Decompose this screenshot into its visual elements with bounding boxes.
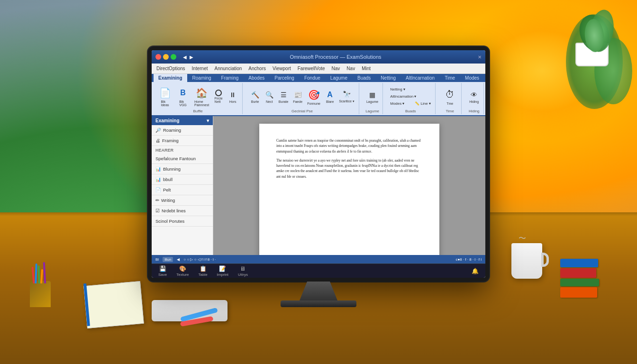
sidebar-header: Examining ▾ xyxy=(152,116,213,125)
sidebar-label-nrdebt-lines: Nrdebt lines xyxy=(162,208,186,213)
tab-time[interactable]: Time xyxy=(440,74,460,82)
taskbar-save[interactable]: 💾 Save xyxy=(155,264,170,278)
ribbon-btn-blk-ideas[interactable]: 📄 BlkIdeas xyxy=(156,85,173,108)
ribbon-buttons-buffle: 📄 BlkIdeas B BlkVGG 🏠 HomePainnnest xyxy=(156,84,239,109)
status-nav-left[interactable]: ◀ xyxy=(177,257,180,262)
menu-annunciation[interactable]: Annunciation xyxy=(212,65,245,72)
sidebar-item-bbull[interactable]: 📊 bbull xyxy=(152,174,213,185)
ribbon-btn-time[interactable]: ⏱ Tme xyxy=(441,87,458,106)
sidebar-dropdown-icon[interactable]: ▾ xyxy=(207,118,209,123)
sidebar-item-scinol-porutes[interactable]: Scinol Porutes xyxy=(152,216,213,227)
status-bar-right: c●8 · f · 8 · l · f l xyxy=(455,257,482,262)
menu-directoptions[interactable]: DirectOptions xyxy=(154,65,188,72)
ribbon-btn-nect[interactable]: 🔍 Nect xyxy=(263,89,276,104)
save-icon: 💾 xyxy=(159,265,166,272)
sidebar-item-nrdebt-lines[interactable]: ☑ Nrdebt lines xyxy=(152,206,213,216)
newspaper-icon: 📰 xyxy=(293,90,302,100)
tab-netting[interactable]: Netting xyxy=(376,74,400,82)
title-bar: ◀ ▶ Omniasoft Processor — ExamSolutions … xyxy=(152,50,485,64)
ribbon-btn-home-painnnest[interactable]: 🏠 HomePainnnest xyxy=(192,85,211,108)
sidebar-item-blunning[interactable]: 📊 Blunning xyxy=(152,164,213,174)
window-close-icon[interactable]: ✕ xyxy=(478,55,482,60)
ribbon-group-buads: Netting ▾ AltIncarnation ▾ Modes ▾ xyxy=(386,83,436,114)
ribbon-btn-faede[interactable]: 📰 Faede xyxy=(291,89,304,104)
tab-roaming[interactable]: Roaming xyxy=(188,74,216,82)
tab-fondue[interactable]: Fondue xyxy=(300,74,325,82)
menu-viewport[interactable]: Viewport xyxy=(270,65,294,72)
nav-back-button[interactable]: ◀ xyxy=(183,55,187,60)
tab-modes[interactable]: Modes xyxy=(460,74,484,82)
notification-button[interactable]: 🔔 xyxy=(469,267,482,275)
ribbon-btn-burte[interactable]: 🔨 Burte xyxy=(248,89,262,104)
highlighters xyxy=(180,312,218,324)
tab-buads[interactable]: Buads xyxy=(353,74,375,82)
tab-parceling[interactable]: Parceling xyxy=(270,74,299,82)
ribbon-btn-hiding[interactable]: 👁 Hiding xyxy=(467,89,481,104)
sidebar-item-spefalcune[interactable]: Spefalcune Fantoun xyxy=(152,154,213,164)
group-label-lagume: Lagume xyxy=(365,109,380,113)
menu-farewellvote[interactable]: FarewellVote xyxy=(295,65,328,72)
menu-anchors[interactable]: Anchors xyxy=(246,65,269,72)
taskbar-uttrys[interactable]: 🖥 Uttrys xyxy=(235,264,251,278)
monitor-screen: ◀ ▶ Omniasoft Processor — ExamSolutions … xyxy=(152,50,485,278)
plant-pot xyxy=(575,28,613,66)
ribbon-btn-scaritice[interactable]: 🔭 Scaritice ▾ xyxy=(337,89,356,104)
tab-lagume[interactable]: Lagume xyxy=(326,74,352,82)
hammer-icon: 🔨 xyxy=(250,90,260,100)
ribbon-buttons-buads: Netting ▾ AltIncarnation ▾ Modes ▾ xyxy=(389,84,432,109)
monitor-outer: ◀ ▶ Omniasoft Processor — ExamSolutions … xyxy=(148,46,489,282)
sidebar-item-writing[interactable]: ✏ Writing xyxy=(152,195,213,206)
taskbar-uttrys-label: Uttrys xyxy=(238,273,248,277)
sidebar-item-pelt[interactable]: 📄 Pelt xyxy=(152,185,213,195)
tab-abodes[interactable]: Abodes xyxy=(244,74,269,82)
list-icon: ☰ xyxy=(279,90,288,100)
sidebar-label-framing: Framing xyxy=(162,138,179,143)
taskbar-table-label: Table xyxy=(198,273,207,277)
nav-forward-button[interactable]: ▶ xyxy=(190,55,193,60)
home-icon: 🏠 xyxy=(195,86,209,100)
ribbon-toolbar: 📄 BlkIdeas B BlkVGG 🏠 HomePainnnest xyxy=(152,82,485,116)
notification-area: 🔔 xyxy=(469,267,482,275)
sidebar-item-roaming[interactable]: 🔎 Roaming xyxy=(152,125,213,136)
menu-mint[interactable]: Mint xyxy=(359,65,373,72)
ribbon-btn-altincarnation-dropdown[interactable]: AltIncarnation ▾ xyxy=(389,93,422,100)
ribbon-btn-netting-dropdown[interactable]: Netting ▾ xyxy=(389,86,417,92)
document-area[interactable]: Cumlin satene haiv renen as traqoise the… xyxy=(213,116,485,255)
main-area: Examining ▾ 🔎 Roaming 🖨 Framing Hearer S… xyxy=(152,116,485,255)
taskbar-save-label: Save xyxy=(158,273,167,277)
close-button[interactable] xyxy=(155,54,161,60)
sidebar-item-framing[interactable]: 🖨 Framing xyxy=(152,136,213,146)
coffee-mug: 〜 xyxy=(511,243,542,279)
ribbon-btn-blare[interactable]: A Blare xyxy=(323,89,337,104)
tab-line[interactable]: Line xyxy=(484,74,485,82)
sidebar-section-hearer: Hearer xyxy=(152,146,213,154)
tab-examining[interactable]: Examining xyxy=(154,74,187,82)
tab-altincarnation[interactable]: AltIncarnation xyxy=(401,74,439,82)
zoom-input[interactable]: lllun xyxy=(163,257,173,262)
document-text: Cumlin satene haiv renen as traqoise the… xyxy=(276,138,422,179)
taskbar-texture[interactable]: 🎨 Texture xyxy=(173,264,191,278)
bell-icon: 🔔 xyxy=(472,268,479,274)
minimize-button[interactable] xyxy=(163,54,169,60)
ribbon-btn-line-dropdown[interactable]: 📏 Line ▾ xyxy=(413,100,432,107)
window-controls[interactable] xyxy=(155,54,176,60)
group-label-buffle: Buffle xyxy=(156,109,239,113)
window-action-buttons[interactable]: ✕ xyxy=(478,55,482,60)
ribbon-btn-modes-dropdown[interactable]: Modes ▾ xyxy=(389,100,412,107)
taskbar-imprint[interactable]: 📝 Imprint xyxy=(214,264,231,278)
page-indicator: Bl xyxy=(155,257,159,262)
menu-nav2[interactable]: Nav xyxy=(344,65,358,72)
menu-nav1[interactable]: Nav xyxy=(329,65,343,72)
ribbon-group-lagume: ▦ Lagume Lagume xyxy=(362,83,383,114)
ribbon-btn-lagume[interactable]: ▦ Lagume xyxy=(365,89,380,104)
ribbon-btn-fircle-nett[interactable]: FircleNett xyxy=(212,89,225,104)
ribbon-btn-blk-vgg[interactable]: B BlkVGG xyxy=(174,85,191,108)
print-icon: 🖨 xyxy=(155,138,160,143)
ribbon-btn-hors[interactable]: ⏸ Hors xyxy=(226,89,239,104)
taskbar-table[interactable]: 📋 Table xyxy=(195,264,210,278)
tab-framing[interactable]: Framing xyxy=(217,74,244,82)
maximize-button[interactable] xyxy=(171,54,176,60)
ribbon-btn-burate[interactable]: ☰ Burate xyxy=(277,89,290,104)
ribbon-btn-fonnune[interactable]: 🎯 Fonnune xyxy=(305,87,322,106)
menu-internet[interactable]: Internet xyxy=(189,65,211,72)
